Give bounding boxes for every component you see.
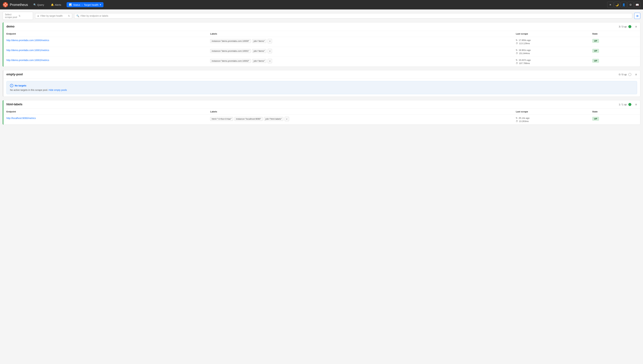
state-cell-10001: UP — [589, 47, 640, 57]
endpoint-link-10000[interactable]: http://demo.promlabs.com:10000/metrics — [6, 39, 49, 42]
target-health-filter[interactable]: ◈ Filter by target health ⇅ — [35, 13, 72, 18]
pool-status-empty: 0 / 0 up ∧ — [619, 73, 637, 76]
empty-notice-desc: No active targets in this scrape pool. H… — [10, 89, 634, 91]
brand-name: Prometheus — [10, 3, 28, 7]
pool-status-text-html-labels: 1 / 1 up — [619, 103, 627, 106]
scrape-ago-10002: 15.637s ago — [518, 59, 531, 61]
pool-name-demo: demo — [6, 25, 14, 28]
state-cell-10002: UP — [589, 57, 640, 67]
empty-notice-title: i No targets — [10, 84, 634, 87]
scrape-duration-10002: 107.789ms — [519, 62, 530, 64]
hide-empty-pools-link[interactable]: Hide empty pools — [49, 89, 67, 91]
state-cell-localhost: UP — [589, 115, 640, 125]
scrape-ago-localhost: 25.14s ago — [518, 117, 530, 119]
filter-bar: Select scrape pool ⇅ ◈ Filter by target … — [0, 10, 643, 22]
table-row: http://localhost:9090/metrics html="<i>f… — [3, 115, 640, 125]
pool-section-html-labels: html-labels 1 / 1 up ∧ Endpoint Labels L… — [3, 100, 640, 125]
prometheus-logo-icon — [3, 2, 8, 8]
scrape-cell-10000: ↻ 17.850s ago ⏱ 113.129ms — [513, 37, 589, 47]
pool-table-demo: Endpoint Labels Last scrape State http:/… — [3, 31, 640, 66]
pool-name-empty: empty-pool — [6, 73, 23, 76]
grid-view-button[interactable]: ⊞ — [634, 13, 640, 19]
nav-alerts[interactable]: 🔔 Alerts — [50, 2, 62, 7]
th-state-html-labels: State — [589, 109, 640, 115]
scrape-ago-10000: 17.850s ago — [518, 39, 531, 42]
arrow-right-icon: › — [82, 3, 82, 6]
pool-header-empty: empty-pool 0 / 0 up ∧ — [3, 70, 640, 79]
scrape-duration-10001: 151.844ms — [519, 52, 530, 54]
label-tag: job="html-labels" — [264, 117, 283, 121]
scrape-cell-10002: ↻ 15.637s ago ⏱ 107.789ms — [513, 57, 589, 67]
pool-header-html-labels: html-labels 1 / 1 up ∧ — [3, 100, 640, 109]
user-icon: 👤 — [622, 3, 626, 6]
status-dot-gray-empty — [628, 73, 631, 76]
label-expand-button[interactable]: ∨ — [268, 59, 272, 63]
pool-status-html-labels: 1 / 1 up ∧ — [619, 103, 637, 106]
navbar-right: ☀ 🌙 👤 ⚙ 📖 — [607, 2, 640, 8]
scrape-pool-placeholder: Select scrape pool — [5, 13, 17, 18]
scrape-duration-icon: ⏱ — [516, 62, 518, 64]
label-tag: job="demo" — [252, 49, 266, 53]
label-tag: instance="demo.promlabs.com:10001" — [210, 49, 251, 53]
chevron-updown-icon: ⇅ — [18, 14, 31, 17]
empty-notice: i No targets No active targets in this s… — [6, 81, 637, 94]
endpoint-link-10001[interactable]: http://demo.promlabs.com:10001/metrics — [6, 49, 49, 52]
pool-header-demo: demo 3 / 3 up ∧ — [3, 22, 640, 31]
pool-section-demo: demo 3 / 3 up ∧ Endpoint Labels Last scr… — [3, 22, 640, 67]
status-dot-green-demo — [628, 25, 631, 28]
label-expand-button[interactable]: ∨ — [268, 49, 272, 53]
gear-icon: ⚙ — [629, 3, 632, 6]
nav-query[interactable]: 🔍 Query — [32, 2, 46, 7]
info-icon: i — [10, 84, 13, 87]
brand: Prometheus — [3, 2, 28, 8]
labels-cell-10001: instance="demo.promlabs.com:10001" job="… — [207, 47, 513, 57]
scrape-cycle-icon: ↻ — [516, 39, 518, 42]
label-tag: job="demo" — [252, 59, 266, 63]
scrape-cycle-icon: ↻ — [516, 117, 518, 119]
collapse-demo-button[interactable]: ∧ — [635, 25, 637, 28]
th-labels-html-labels: Labels — [207, 109, 513, 115]
nav-status-button[interactable]: 📊 Status › Target health ▾ — [66, 2, 104, 7]
table-row: http://demo.promlabs.com:10000/metrics i… — [3, 37, 640, 47]
th-labels-demo: Labels — [207, 31, 513, 37]
table-row: http://demo.promlabs.com:10001/metrics i… — [3, 47, 640, 57]
endpoint-link-10002[interactable]: http://demo.promlabs.com:10002/metrics — [6, 59, 49, 62]
endpoint-cell: http://demo.promlabs.com:10001/metrics — [3, 47, 207, 57]
chevron-updown-icon2: ⇅ — [68, 14, 70, 17]
light-mode-button[interactable]: ☀ — [607, 2, 613, 8]
dark-mode-button[interactable]: 🌙 — [614, 2, 620, 8]
th-endpoint-demo: Endpoint — [3, 31, 207, 37]
label-tag: instance="demo.promlabs.com:10002" — [210, 59, 251, 63]
settings-button[interactable]: ⚙ — [628, 2, 634, 8]
navbar: Prometheus 🔍 Query 🔔 Alerts 📊 Status › T… — [0, 0, 643, 10]
label-tag: job="demo" — [252, 39, 266, 43]
user-button[interactable]: 👤 — [621, 2, 627, 8]
scrape-duration-10000: 113.129ms — [519, 42, 530, 45]
sun-icon: ☀ — [609, 3, 612, 6]
collapse-html-labels-button[interactable]: ∧ — [635, 103, 637, 106]
health-filter-placeholder: Filter by target health — [40, 14, 63, 17]
scrape-ago-10001: 19.901s ago — [518, 49, 531, 52]
docs-button[interactable]: 📖 — [634, 2, 640, 8]
endpoint-filter[interactable]: 🔍 Filter by endpoint or labels — [74, 13, 632, 18]
state-badge-up: UP — [592, 59, 599, 63]
th-lastscrape-demo: Last scrape — [513, 31, 589, 37]
table-row: http://demo.promlabs.com:10002/metrics i… — [3, 57, 640, 67]
label-tag: instance="demo.promlabs.com:10000" — [210, 39, 251, 43]
empty-notice-title-text: No targets — [15, 84, 26, 87]
collapse-empty-button[interactable]: ∧ — [635, 73, 637, 76]
state-badge-up: UP — [592, 49, 599, 53]
scrape-pool-select[interactable]: Select scrape pool ⇅ — [3, 12, 33, 20]
state-cell-10000: UP — [589, 37, 640, 47]
scrape-duration-icon: ⏱ — [516, 42, 518, 45]
endpoint-cell: http://demo.promlabs.com:10002/metrics — [3, 57, 207, 67]
endpoint-filter-placeholder: Filter by endpoint or labels — [80, 14, 108, 17]
endpoint-link-localhost[interactable]: http://localhost:9090/metrics — [6, 117, 36, 120]
label-expand-button[interactable]: ∨ — [268, 39, 272, 43]
state-badge-up: UP — [592, 39, 599, 43]
status-dot-green-html-labels — [628, 103, 631, 106]
scrape-cell-localhost: ↻ 25.14s ago ⏱ 13.263ms — [513, 115, 589, 125]
label-expand-button[interactable]: ∨ — [285, 117, 289, 121]
scrape-cycle-icon: ↻ — [516, 49, 518, 52]
bell-icon: 🔔 — [51, 3, 54, 6]
